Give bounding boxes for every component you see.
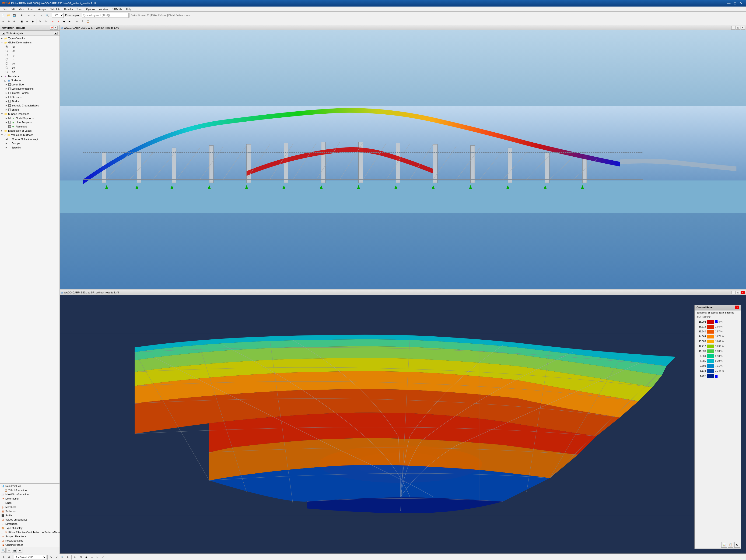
check-nodal-supports[interactable] bbox=[8, 117, 11, 119]
zoom-button[interactable]: 🔍 bbox=[45, 12, 50, 18]
minimize-button[interactable]: — bbox=[726, 0, 732, 6]
menu-assign[interactable]: Assign bbox=[36, 7, 48, 11]
tb2-btn6[interactable]: ◉ bbox=[30, 19, 35, 24]
radio-current-selection[interactable] bbox=[6, 138, 8, 140]
bottom-tb-btn6[interactable]: ⟳ bbox=[65, 555, 70, 560]
bottom-nav-clipping-planes[interactable]: ◪ Clipping Planes bbox=[0, 543, 59, 547]
tb2-btn2[interactable]: ⊕ bbox=[6, 19, 11, 24]
tree-item-values-on-surfaces[interactable]: ▼ 📁 Values on Surfaces bbox=[0, 133, 59, 137]
tree-item-layer-side[interactable]: ▶ Layer Side bbox=[0, 82, 59, 87]
viewport-bottom[interactable]: ⊞ WAGG-CARP-ES01-W-SR_without_results 1.… bbox=[60, 290, 746, 554]
radio-deform-pz[interactable] bbox=[6, 71, 8, 73]
check-ribs[interactable] bbox=[1, 531, 3, 533]
viewport2-close[interactable]: ✕ bbox=[741, 290, 745, 295]
load-case-dropdown[interactable]: LC1 bbox=[52, 12, 64, 18]
tree-item-isotropic[interactable]: ▶ Isotropic Characteristics bbox=[0, 104, 59, 108]
tree-item-nodal-supports[interactable]: ▶ ⛛ Nodal Supports bbox=[0, 116, 59, 120]
print-button[interactable]: 🖨 bbox=[19, 12, 24, 18]
menu-calculate[interactable]: Calculate bbox=[48, 7, 62, 11]
tree-item-stresses[interactable]: ▶ Stresses bbox=[0, 95, 59, 99]
bottom-nav-result-values[interactable]: 📊 Result Values bbox=[0, 484, 59, 488]
menu-help[interactable]: Help bbox=[124, 7, 134, 11]
workspace-dropdown[interactable]: 1 - Global XYZ bbox=[14, 555, 47, 560]
maximize-button[interactable]: □ bbox=[733, 0, 738, 6]
tree-item-shape[interactable]: ▶ Shape bbox=[0, 108, 59, 112]
bottom-tb-btn7[interactable]: ✂ bbox=[73, 555, 78, 560]
bottom-nav-values-surfaces[interactable]: ⊞ Values on Surfaces bbox=[0, 517, 59, 522]
bottom-nav-maxmin[interactable]: 📈 Max/Min Information bbox=[0, 492, 59, 497]
tree-item-groups[interactable]: ▶ Groups bbox=[0, 141, 59, 145]
tb2-btn7[interactable]: ⟳ bbox=[37, 19, 42, 24]
bottom-nav-support-reactions-b[interactable]: ⊛ Support Reactions bbox=[0, 534, 59, 538]
viewport1-maximize[interactable]: □ bbox=[736, 26, 740, 30]
nav-icon-settings[interactable]: ⚙ bbox=[18, 548, 22, 553]
tree-item-members[interactable]: ▶ ✦ Members bbox=[0, 74, 59, 78]
bottom-tb-btn5[interactable]: 🔍 bbox=[60, 555, 65, 560]
tree-item-strains[interactable]: ▶ Strains bbox=[0, 99, 59, 104]
menu-tools[interactable]: Tools bbox=[75, 7, 84, 11]
tree-item-type-of-results[interactable]: ▶ 📁 Type of results bbox=[0, 36, 59, 40]
tb2-btn11[interactable]: ◀ bbox=[61, 19, 66, 24]
tree-item-deform-uy[interactable]: uy bbox=[0, 53, 59, 57]
tree-item-deform-px[interactable]: φx bbox=[0, 61, 59, 65]
menu-options[interactable]: Options bbox=[84, 7, 97, 11]
nav-pin-button[interactable]: 📌 bbox=[50, 26, 53, 30]
bottom-nav-dimension[interactable]: ↔ Dimension bbox=[0, 522, 59, 526]
bottom-tb-btn2[interactable]: ⊗ bbox=[6, 555, 12, 560]
viewport1-canvas[interactable] bbox=[60, 30, 746, 289]
new-button[interactable]: 📄 bbox=[0, 12, 6, 18]
viewport2-canvas[interactable]: Control Panel ✕ Surfaces | Stresses | Ba… bbox=[60, 295, 746, 554]
bottom-nav-title-information[interactable]: 📋 Title Information bbox=[0, 488, 59, 492]
tree-item-deform-u[interactable]: |u| bbox=[0, 45, 59, 49]
tb2-scissors[interactable]: ✂ bbox=[74, 19, 79, 24]
menu-results[interactable]: Results bbox=[62, 7, 75, 11]
check-stresses[interactable] bbox=[8, 96, 11, 98]
tb2-btn5[interactable]: ◈ bbox=[25, 19, 30, 24]
radio-deform-uz[interactable] bbox=[6, 58, 8, 60]
check-local-deformations[interactable] bbox=[8, 87, 11, 90]
check-title-information[interactable] bbox=[1, 489, 3, 492]
tree-item-support-reactions[interactable]: ▼ 📁 Support Reactions bbox=[0, 112, 59, 116]
tree-item-resultant[interactable]: ⟳ Resultant bbox=[0, 124, 59, 129]
check-isotropic[interactable] bbox=[8, 104, 11, 107]
check-strains[interactable] bbox=[8, 100, 11, 103]
tb2-paste[interactable]: 📋 bbox=[85, 19, 90, 24]
tree-item-surfaces[interactable]: ▼ ▦ Surfaces bbox=[0, 78, 59, 82]
save-button[interactable]: 💾 bbox=[12, 12, 17, 18]
bottom-nav-members-bottom[interactable]: ╫ Members bbox=[0, 505, 59, 509]
select-button[interactable]: ↖ bbox=[39, 12, 44, 18]
bottom-nav-deformation[interactable]: 〜 Deformation bbox=[0, 497, 59, 501]
viewport2-minimize[interactable]: — bbox=[731, 290, 736, 295]
sub-header-forward[interactable]: ▶ bbox=[54, 32, 58, 34]
tree-item-deform-py[interactable]: φy bbox=[0, 65, 59, 70]
radio-deform-py[interactable] bbox=[6, 66, 8, 69]
tb2-btn12[interactable]: ▶ bbox=[67, 19, 72, 24]
close-button[interactable]: ✕ bbox=[739, 0, 744, 6]
bottom-tb-btn10[interactable]: △ bbox=[89, 555, 94, 560]
tree-item-deform-pz[interactable]: φz bbox=[0, 70, 59, 74]
tb2-copy[interactable]: ⧉ bbox=[80, 19, 85, 24]
tb2-btn3[interactable]: ⊗ bbox=[12, 19, 17, 24]
tree-item-specific[interactable]: ▶ Specific bbox=[0, 145, 59, 150]
bottom-tb-btn11[interactable]: ▷ bbox=[95, 555, 100, 560]
tb2-btn4[interactable]: ▣ bbox=[19, 19, 24, 24]
check-layer-side[interactable] bbox=[8, 83, 11, 86]
bottom-tb-btn3[interactable]: ↖ bbox=[49, 555, 54, 560]
open-button[interactable]: 📂 bbox=[6, 12, 11, 18]
radio-deform-px[interactable] bbox=[6, 62, 8, 65]
bottom-tb-btn12[interactable]: ◁ bbox=[101, 555, 106, 560]
menu-view[interactable]: View bbox=[17, 7, 26, 11]
radio-deform-uy[interactable] bbox=[6, 54, 8, 56]
tb2-btn9[interactable]: 🔺 bbox=[50, 19, 55, 24]
nav-icon-eye[interactable]: 👁 bbox=[6, 548, 11, 553]
bottom-nav-result-sections[interactable]: ⊡ Result Sections bbox=[0, 538, 59, 543]
bottom-nav-type-display[interactable]: 🎨 Type of display bbox=[0, 526, 59, 530]
check-shape[interactable] bbox=[8, 109, 11, 111]
menu-edit[interactable]: Edit bbox=[9, 7, 17, 11]
check-internal-forces[interactable] bbox=[8, 92, 11, 94]
tb2-btn1[interactable]: ✦ bbox=[0, 19, 6, 24]
viewport1-close[interactable]: ✕ bbox=[741, 26, 745, 30]
tb2-btn10[interactable]: 🔻 bbox=[56, 19, 61, 24]
bottom-nav-solids[interactable]: ⬛ Solids bbox=[0, 513, 59, 517]
radio-deform-u[interactable] bbox=[6, 46, 8, 48]
